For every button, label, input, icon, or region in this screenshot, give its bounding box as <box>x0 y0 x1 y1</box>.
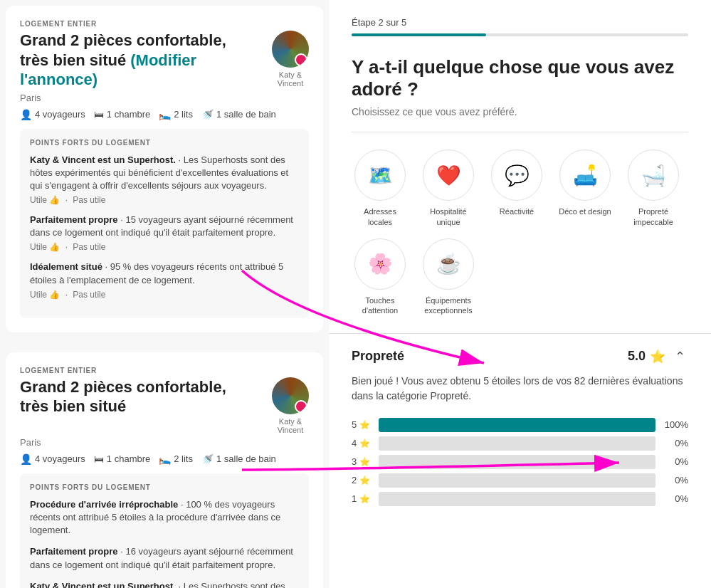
travelers-icon-2: 👤 <box>20 453 32 465</box>
icon-grid: 🗺️ Adresses locales ❤️ Hospitalité uniqu… <box>352 149 688 315</box>
rating-score: 5.0 ⭐ <box>628 349 665 364</box>
bar-row-4: 4 ⭐ 0% <box>352 436 688 451</box>
chevron-up-button[interactable]: ⌃ <box>671 348 688 365</box>
divider-line <box>352 132 688 132</box>
bar-star-5: ⭐ <box>359 420 370 430</box>
chat-icon: 💬 <box>491 149 542 201</box>
highlight-text-location-1: Idéalement situé · 95 % des voyageurs ré… <box>30 261 299 286</box>
highlight-bold-arrival-2: Procédure d'arrivée irréprochable <box>30 499 178 510</box>
highlights-title-2: POINTS FORTS DU LOGEMENT <box>30 483 299 491</box>
title-2: Grand 2 pièces confortable,très bien sit… <box>20 378 226 416</box>
bar-track-5 <box>379 418 655 432</box>
rating-title: Propreté <box>352 349 404 364</box>
not-useful-link-location-1[interactable]: Pas utile <box>73 290 105 300</box>
bar-num-2: 2 <box>352 475 357 485</box>
page-wrapper: LOGEMENT ENTIER Grand 2 pièces confortab… <box>0 0 711 588</box>
listing-type-1: LOGEMENT ENTIER <box>20 20 309 28</box>
highlight-text-arrival-2: Procédure d'arrivée irréprochable · 100 … <box>30 498 299 537</box>
detail-room-1: 🛏 1 chambre <box>94 109 150 120</box>
bar-num-5: 5 <box>352 419 357 430</box>
useful-link-superhost-1[interactable]: Utile 👍 <box>30 195 60 205</box>
beds-text-2: 2 lits <box>174 453 193 464</box>
bath-text-1: 1 salle de bain <box>216 109 276 120</box>
hospitality-label: Hospitalité unique <box>420 206 477 227</box>
travelers-icon-1: 👤 <box>20 109 32 120</box>
room-icon-2: 🛏 <box>94 453 104 465</box>
bath-icon-2: 🚿 <box>201 453 214 465</box>
bar-percent-2: 0% <box>663 475 688 485</box>
icon-attention[interactable]: 🌸 Touches d'attention <box>352 238 409 316</box>
heart-icon: ❤️ <box>423 149 474 201</box>
rating-description: Bien joué ! Vous avez obtenu 5 étoiles l… <box>352 374 688 404</box>
avatar-2 <box>272 377 309 414</box>
icon-cleanliness[interactable]: 🛁 Propreté impeccable <box>625 149 682 227</box>
useful-link-clean-1[interactable]: Utile 👍 <box>30 242 60 252</box>
detail-travelers-1: 👤 4 voyageurs <box>20 109 85 120</box>
listing-card-1: LOGEMENT ENTIER Grand 2 pièces confortab… <box>6 6 323 332</box>
progress-bar-fill <box>352 33 486 36</box>
icon-deco[interactable]: 🛋️ Déco et design <box>557 149 613 227</box>
icon-reactivity[interactable]: 💬 Réactivité <box>488 149 545 227</box>
highlight-text-clean-2: Parfaitement propre · 16 voyageurs ayant… <box>30 545 299 571</box>
useful-link-location-1[interactable]: Utile 👍 <box>30 290 60 300</box>
icon-local-addresses[interactable]: 🗺️ Adresses locales <box>352 149 409 227</box>
listing-details-2: 👤 4 voyageurs 🛏 1 chambre 🛌 2 lits 🚿 1 s… <box>20 453 309 465</box>
highlight-actions-clean-1: Utile 👍 · Pas utile <box>30 242 299 252</box>
attention-label: Touches d'attention <box>352 295 409 316</box>
icon-amenities[interactable]: ☕ Équipements exceptionnels <box>420 238 477 316</box>
detail-beds-1: 🛌 2 lits <box>159 109 193 120</box>
icon-hospitality[interactable]: ❤️ Hospitalité unique <box>420 149 477 227</box>
bar-label-4: 4 ⭐ <box>352 438 372 448</box>
avatar-label-1: Katy &Vincent <box>278 70 304 88</box>
avatar-label-2: Katy &Vincent <box>278 417 304 434</box>
bath-icon-review: 🛁 <box>628 149 679 201</box>
bar-track-2 <box>379 473 655 488</box>
highlights-box-1: POINTS FORTS DU LOGEMENT Katy & Vincent … <box>20 129 309 318</box>
rating-score-area: 5.0 ⭐ ⌃ <box>628 348 688 365</box>
review-question-section: Étape 2 sur 5 Y a-t-il quelque chose que… <box>329 0 711 334</box>
detail-travelers-2: 👤 4 voyageurs <box>20 453 85 465</box>
deco-label: Déco et design <box>559 206 611 216</box>
listing-location-2: Paris <box>20 437 309 448</box>
detail-room-2: 🛏 1 chambre <box>94 453 150 465</box>
highlight-bold-clean-1: Parfaitement propre <box>30 214 118 225</box>
step-label: Étape 2 sur 5 <box>352 17 688 28</box>
bath-icon-1: 🚿 <box>201 109 214 120</box>
bar-fill-5 <box>379 418 655 432</box>
flower-icon: 🌸 <box>354 238 406 290</box>
bar-row-5: 5 ⭐ 100% <box>352 418 688 432</box>
room-icon-1: 🛏 <box>94 109 104 120</box>
travelers-text-1: 4 voyageurs <box>35 109 85 120</box>
bar-row-3: 3 ⭐ 0% <box>352 455 688 469</box>
coffee-icon: ☕ <box>423 238 474 290</box>
detail-bath-1: 🚿 1 salle de bain <box>201 109 276 120</box>
question-title: Y a-t-il quelque chose que vous avez ado… <box>352 56 688 100</box>
bar-star-1: ⭐ <box>359 494 370 504</box>
bar-num-4: 4 <box>352 438 357 448</box>
right-panel: Étape 2 sur 5 Y a-t-il quelque chose que… <box>329 0 711 588</box>
highlight-actions-location-1: Utile 👍 · Pas utile <box>30 290 299 300</box>
bar-star-4: ⭐ <box>359 439 370 448</box>
question-subtitle: Choisissez ce que vous avez préféré. <box>352 106 688 117</box>
bar-percent-5: 100% <box>663 419 688 430</box>
highlight-bold-location-1: Idéalement situé <box>30 261 102 272</box>
not-useful-link-superhost-1[interactable]: Pas utile <box>73 195 105 205</box>
rating-header: Propreté 5.0 ⭐ ⌃ <box>352 348 688 365</box>
avatar-wrapper-1: Katy &Vincent <box>272 31 309 88</box>
bar-label-3: 3 ⭐ <box>352 456 372 467</box>
bar-num-3: 3 <box>352 456 357 467</box>
not-useful-link-clean-1[interactable]: Pas utile <box>73 242 105 252</box>
detail-bath-2: 🚿 1 salle de bain <box>201 453 276 465</box>
bar-percent-1: 0% <box>663 493 688 504</box>
listing-title-2: Grand 2 pièces confortable,très bien sit… <box>20 377 272 416</box>
map-icon: 🗺️ <box>354 149 406 201</box>
bar-label-2: 2 ⭐ <box>352 475 372 485</box>
cleanliness-label: Propreté impeccable <box>625 206 682 227</box>
highlight-bold-superhost-2: Katy & Vincent est un Superhost. <box>30 581 176 588</box>
listing-title-1: Grand 2 pièces confortable, très bien si… <box>20 31 272 90</box>
room-text-1: 1 chambre <box>107 109 150 120</box>
listing-details-1: 👤 4 voyageurs 🛏 1 chambre 🛌 2 lits 🚿 1 s… <box>20 109 309 120</box>
title-plain-1: Grand 2 pièces confortable, <box>20 31 226 49</box>
left-panel: LOGEMENT ENTIER Grand 2 pièces confortab… <box>0 0 329 588</box>
bar-label-5: 5 ⭐ <box>352 419 372 430</box>
